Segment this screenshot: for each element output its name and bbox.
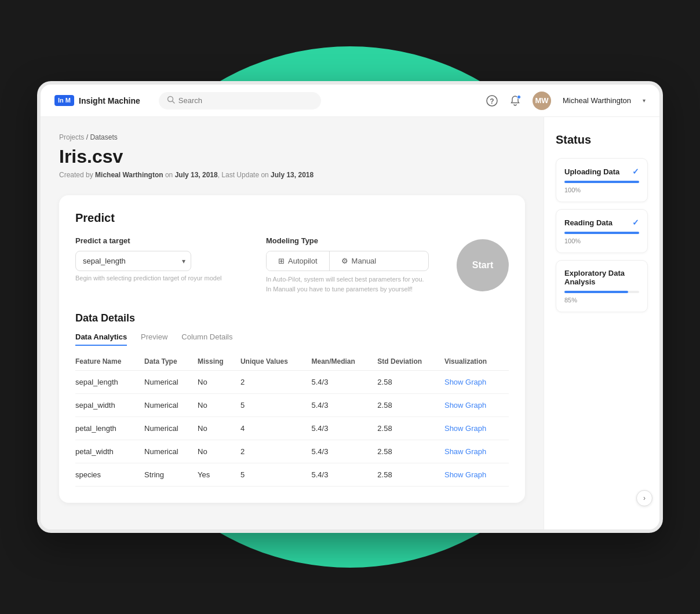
cell-std-dev: 2.58 (377, 440, 444, 463)
modeling-hint: In Auto-Pilot, system will select best p… (266, 275, 428, 294)
status-bar-fill (564, 291, 628, 293)
cell-feature: petal_width (75, 440, 144, 463)
status-title: Status (556, 133, 648, 147)
cell-mean-median: 5.4/3 (311, 394, 377, 417)
cell-type: Numerical (144, 440, 198, 463)
cell-missing: No (198, 440, 240, 463)
status-card-name: Reading Data (564, 218, 612, 227)
search-input[interactable] (178, 96, 313, 105)
start-button[interactable]: Start (457, 239, 509, 291)
table-row: sepal_width Numerical No 5 5.4/3 2.58 Sh… (75, 394, 509, 417)
col-unique-values: Unique Values (240, 353, 312, 371)
autopilot-icon: ⊞ (278, 257, 285, 265)
cell-feature: sepal_length (75, 371, 144, 394)
autopilot-button[interactable]: ⊞ Autopilot (267, 251, 330, 271)
status-bar-bg (564, 232, 639, 234)
show-graph-link[interactable]: Show Graph (444, 401, 486, 410)
cell-unique: 4 (240, 417, 312, 440)
cell-mean-median: 5.4/3 (311, 371, 377, 394)
help-icon[interactable]: ? (486, 95, 498, 107)
breadcrumb-datasets: Datasets (90, 133, 117, 141)
target-select-wrapper: sepal_length sepal_width petal_length pe… (75, 251, 191, 271)
tab-preview[interactable]: Preview (141, 332, 167, 346)
breadcrumb: Projects / Datasets (59, 133, 525, 141)
status-pct: 100% (564, 187, 639, 193)
svg-line-1 (172, 101, 174, 103)
tab-data-analytics[interactable]: Data Analytics (75, 332, 127, 346)
manual-button[interactable]: ⚙ Manual (330, 251, 388, 271)
notification-icon[interactable] (509, 95, 521, 107)
table-header-row: Feature Name Data Type Missing Unique Va… (75, 353, 509, 371)
last-update-date: July 13, 2018 (271, 171, 313, 179)
cell-missing: No (198, 371, 240, 394)
svg-text:?: ? (490, 97, 494, 105)
status-pct: 85% (564, 297, 639, 304)
cell-feature: species (75, 463, 144, 487)
table-row: petal_length Numerical No 4 5.4/3 2.58 S… (75, 417, 509, 440)
cell-missing: No (198, 394, 240, 417)
autopilot-label: Autopilot (288, 257, 318, 265)
notification-dot (517, 95, 521, 99)
status-bar-fill (564, 181, 639, 183)
cell-std-dev: 2.58 (377, 417, 444, 440)
target-select[interactable]: sepal_length sepal_width petal_length pe… (75, 251, 191, 271)
cell-unique: 2 (240, 371, 312, 394)
status-bar-fill (564, 232, 639, 234)
show-graph-link[interactable]: Shaw Graph (444, 447, 486, 456)
cell-mean-median: 5.4/3 (311, 463, 377, 487)
cell-missing: Yes (198, 463, 240, 487)
expand-sidebar-button[interactable]: › (636, 490, 652, 506)
brand-name: Insight Machine (79, 96, 140, 105)
cell-type: String (144, 463, 198, 487)
device-frame: In M Insight Machine ? (37, 81, 663, 533)
logo-box: In M (54, 95, 74, 106)
search-box[interactable] (159, 92, 321, 109)
status-pct: 100% (564, 237, 639, 244)
status-card-name: Exploratory Data Analysis (564, 269, 639, 286)
status-card: Reading Data ✓ 100% (556, 209, 648, 253)
date-created: July 13, 2018 (175, 171, 218, 179)
cell-type: Numerical (144, 394, 198, 417)
navbar-right: ? MW Micheal Warthington ▾ (486, 92, 646, 110)
cell-feature: petal_length (75, 417, 144, 440)
tabs: Data Analytics Preview Column Details (75, 332, 509, 346)
show-graph-link[interactable]: Show Graph (444, 470, 486, 479)
breadcrumb-projects[interactable]: Projects (59, 133, 84, 141)
page-subtitle: Created by Micheal Warthington on July 1… (59, 171, 525, 179)
scene: In M Insight Machine ? (0, 0, 700, 614)
status-bar-bg (564, 181, 639, 183)
table-row: sepal_length Numerical No 2 5.4/3 2.58 S… (75, 371, 509, 394)
predict-title: Predict (75, 211, 509, 225)
col-visualization: Visualization (444, 353, 509, 371)
status-check-icon: ✓ (632, 218, 639, 227)
modeling-col: Modeling Type ⊞ Autopilot ⚙ Manual (266, 236, 429, 294)
avatar[interactable]: MW (533, 92, 551, 110)
page-title: Iris.csv (59, 146, 525, 167)
status-card: Exploratory Data Analysis 85% (556, 260, 648, 312)
data-details-title: Data Details (75, 312, 509, 324)
modeling-label: Modeling Type (266, 236, 429, 245)
content-area: Projects / Datasets Iris.csv Created by … (41, 117, 659, 529)
col-mean-median: Mean/Median (311, 353, 377, 371)
col-std-deviation: Std Deviation (377, 353, 444, 371)
search-icon (167, 96, 175, 106)
cell-missing: No (198, 417, 240, 440)
cell-std-dev: 2.58 (377, 463, 444, 487)
predict-row: Predict a target sepal_length sepal_widt… (75, 236, 509, 294)
navbar: In M Insight Machine ? (41, 85, 659, 117)
tab-column-details[interactable]: Column Details (181, 332, 232, 346)
manual-label: Manual (352, 257, 377, 265)
chevron-down-icon[interactable]: ▾ (643, 97, 646, 104)
cell-type: Numerical (144, 417, 198, 440)
status-card: Uploading Data ✓ 100% (556, 158, 648, 202)
show-graph-link[interactable]: Show Graph (444, 378, 486, 386)
main-content: Projects / Datasets Iris.csv Created by … (41, 117, 544, 529)
show-graph-link[interactable]: Show Graph (444, 424, 486, 433)
device-screen: In M Insight Machine ? (41, 85, 659, 529)
status-bar-bg (564, 291, 639, 293)
user-name: Micheal Warthington (563, 96, 631, 105)
main-card: Predict Predict a target sepal_length se… (59, 195, 525, 503)
data-table: Feature Name Data Type Missing Unique Va… (75, 353, 509, 487)
col-data-type: Data Type (144, 353, 198, 371)
predict-target-col: Predict a target sepal_length sepal_widt… (75, 236, 238, 282)
